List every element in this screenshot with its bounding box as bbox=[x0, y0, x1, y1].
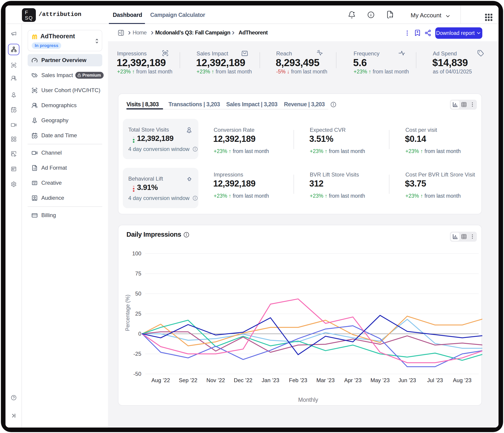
svg-text:-50: -50 bbox=[133, 371, 141, 377]
svg-text:Sep ’22: Sep ’22 bbox=[179, 377, 197, 383]
svg-text:Aug ’22: Aug ’22 bbox=[151, 377, 170, 383]
svg-text:25: 25 bbox=[135, 311, 141, 317]
svg-text:Percentage (%): Percentage (%) bbox=[125, 294, 131, 331]
svg-text:May ’23: May ’23 bbox=[370, 377, 390, 383]
svg-text:Jul ’23: Jul ’23 bbox=[427, 377, 443, 383]
svg-text:Mar ’23: Mar ’23 bbox=[316, 377, 335, 383]
svg-text:Jan ’23: Jan ’23 bbox=[261, 377, 279, 383]
svg-text:Monthly: Monthly bbox=[298, 397, 318, 403]
svg-text:Aug ’23: Aug ’23 bbox=[453, 377, 471, 383]
svg-text:75: 75 bbox=[135, 270, 141, 277]
svg-text:100: 100 bbox=[132, 250, 141, 257]
svg-text:Jun ’23: Jun ’23 bbox=[398, 377, 416, 383]
svg-text:Apr ’23: Apr ’23 bbox=[344, 377, 361, 383]
svg-text:Dec ’22: Dec ’22 bbox=[234, 377, 252, 383]
svg-text:0: 0 bbox=[138, 331, 141, 337]
svg-text:-25: -25 bbox=[133, 351, 141, 357]
svg-text:Feb ’23: Feb ’23 bbox=[289, 377, 307, 383]
svg-text:50: 50 bbox=[135, 291, 141, 297]
svg-text:Nov ’22: Nov ’22 bbox=[206, 377, 225, 383]
